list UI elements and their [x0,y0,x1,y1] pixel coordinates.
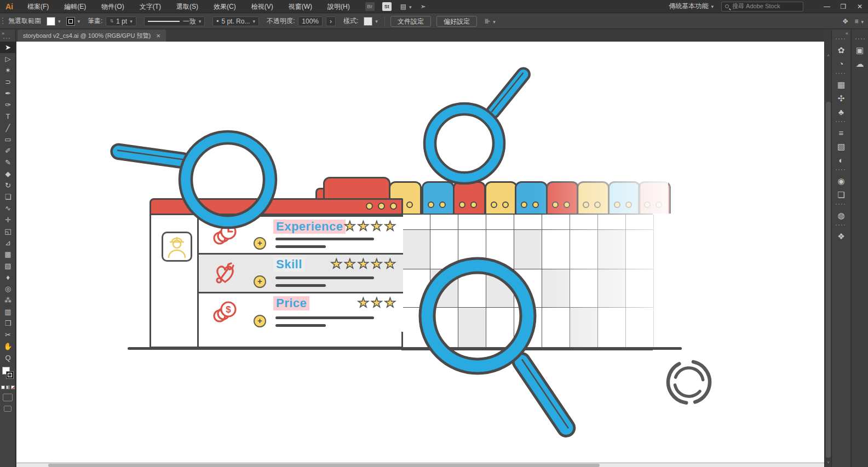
menu-item-7[interactable]: 視窗(W) [281,0,320,13]
menu-item-3[interactable]: 文字(T) [132,0,169,13]
style-swatch[interactable] [364,17,372,26]
artboard-canvas[interactable]: +Experience★★★★+Skill★★★★★$+Price★★★ [16,42,824,463]
menu-item-2[interactable]: 物件(O) [94,0,131,13]
menu-item-8[interactable]: 說明(H) [320,0,358,13]
grip-handle[interactable] [855,38,865,42]
selection-tool[interactable]: ➤ [0,42,16,53]
control-panel-menu-icon[interactable]: ≡▾ [854,18,864,25]
scrollbar-thumb[interactable] [826,102,831,458]
layers-panel-icon[interactable]: ❖ [832,229,850,243]
brushes-panel-icon[interactable]: ✣ [832,91,850,105]
curvature-tool[interactable]: ✑ [0,99,16,111]
preferences-button[interactable]: 偏好設定 [436,16,477,27]
grip-handle[interactable] [835,38,847,42]
hand-tool[interactable]: ✋ [0,341,16,352]
grip-handle[interactable] [835,169,847,172]
grip-handle[interactable] [2,16,5,26]
close-tab-icon[interactable]: ✕ [156,33,160,39]
grip-handle[interactable] [835,72,847,76]
chevron-down-icon[interactable]: ▾ [375,19,378,24]
fill-stroke-indicator[interactable] [0,366,16,384]
color-mode-button[interactable] [1,385,5,389]
add-item-button[interactable]: + [254,275,266,288]
restore-button[interactable]: ❒ [835,3,852,10]
collapse-panels-icon[interactable]: « [832,30,850,36]
expand-toolbar-icon[interactable]: » [0,30,15,36]
add-item-button[interactable]: + [254,237,266,250]
direct-selection-tool[interactable]: ▷ [0,53,16,65]
swatches-panel-icon[interactable]: ▦ [832,78,850,91]
color-panel-icon[interactable]: ✿ [832,43,850,57]
pencil-tool[interactable]: ✎ [0,157,16,168]
symbol-sprayer-tool[interactable]: ⁂ [0,295,16,306]
menu-item-5[interactable]: 效果(C) [206,0,244,13]
stock-icon[interactable]: St [382,2,392,11]
stroke-swatch[interactable] [6,371,14,379]
slice-tool[interactable]: ✂ [0,329,16,341]
bridge-icon[interactable]: Br [365,2,375,11]
cc-libraries-panel-icon[interactable]: ☁ [852,57,868,71]
opacity-input[interactable]: 100% [298,16,323,26]
column-graph-tool[interactable]: ▥ [0,306,16,318]
magic-wand-tool[interactable]: ✶ [0,65,16,76]
drawing-mode-button[interactable] [3,394,13,401]
type-tool[interactable]: T [0,111,16,122]
grip-handle[interactable] [835,120,847,124]
eraser-tool[interactable]: ◆ [0,168,16,180]
stroke-panel-icon[interactable]: ≡ [832,126,850,140]
fill-color-swatch[interactable] [47,17,55,26]
add-item-button[interactable]: + [254,315,266,327]
gradient-mode-button[interactable] [6,385,10,389]
arrange-documents-icon[interactable]: ▤▾ [400,3,412,10]
rotate-tool[interactable]: ↻ [0,180,16,191]
paintbrush-tool[interactable]: ✐ [0,145,16,157]
grip-handle[interactable] [835,224,847,228]
symbols-panel-icon[interactable]: ♣ [832,105,850,119]
menu-item-0[interactable]: 檔案(F) [20,0,56,13]
eyedropper-tool[interactable]: ♦ [0,272,16,283]
pen-tool[interactable]: ✒ [0,88,16,99]
perspective-grid-tool[interactable]: ⊿ [0,237,16,249]
transparency-panel-icon[interactable]: ◐ [832,153,850,167]
screen-mode-button[interactable] [4,406,12,412]
scrollbar-thumb[interactable] [48,464,600,467]
gradient-panel-icon[interactable]: ▧ [832,140,850,153]
shape-builder-tool[interactable]: ◱ [0,226,16,237]
color-guide-panel-icon[interactable]: ◔ [832,57,850,71]
workspace-switcher[interactable]: 傳統基本功能▾ [669,2,714,11]
opacity-more-button[interactable]: › [326,16,336,26]
libraries-panel-icon[interactable]: ▣ [852,43,868,57]
puppet-warp-tool[interactable]: ✛ [0,214,16,226]
width-tool[interactable]: ∿ [0,203,16,214]
grip-handle[interactable] [3,37,13,41]
stroke-weight-input[interactable]: ⇅1 pt▾ [106,16,136,26]
chevron-down-icon[interactable]: ▾ [58,19,61,24]
scale-tool[interactable]: ❏ [0,191,16,203]
mesh-tool[interactable]: ▦ [0,249,16,260]
search-input[interactable]: 搜尋 Adobe Stock [721,2,803,11]
document-tab[interactable]: storyboard v2_cs4.ai @ 100% (RGB/GPU 預覽)… [18,30,166,42]
vertical-scrollbar[interactable]: ˄ ˅ [824,42,831,467]
line-segment-tool[interactable]: ╱ [0,122,16,134]
lasso-tool[interactable]: ⊃ [0,76,16,88]
artboard-tool[interactable]: ❒ [0,318,16,329]
zoom-tool[interactable]: Q [0,352,16,364]
brush-preset-select[interactable]: •5 pt. Ro...▾ [212,16,259,26]
align-options-icon[interactable]: ⊪▾ [485,18,496,25]
menu-item-6[interactable]: 檢視(V) [244,0,281,13]
close-button[interactable]: ✕ [852,3,868,10]
menu-item-4[interactable]: 選取(S) [169,0,206,13]
chevron-down-icon[interactable]: ▾ [78,19,81,24]
recolor-panel-icon[interactable]: ◍ [832,209,850,222]
document-setup-button[interactable]: 文件設定 [390,16,431,27]
rectangle-tool[interactable]: ▭ [0,134,16,145]
none-mode-button[interactable] [11,385,15,389]
menu-item-1[interactable]: 編輯(E) [56,0,94,13]
grip-handle[interactable] [835,203,847,207]
stroke-color-swatch[interactable] [66,17,75,26]
stroke-profile-select[interactable]: 一致▾ [144,16,205,26]
blend-tool[interactable]: ◎ [0,283,16,295]
appearance-panel-icon[interactable]: ◉ [832,174,850,188]
gradient-tool[interactable]: ▧ [0,260,16,272]
graphic-styles-panel-icon[interactable]: ❏ [832,188,850,201]
